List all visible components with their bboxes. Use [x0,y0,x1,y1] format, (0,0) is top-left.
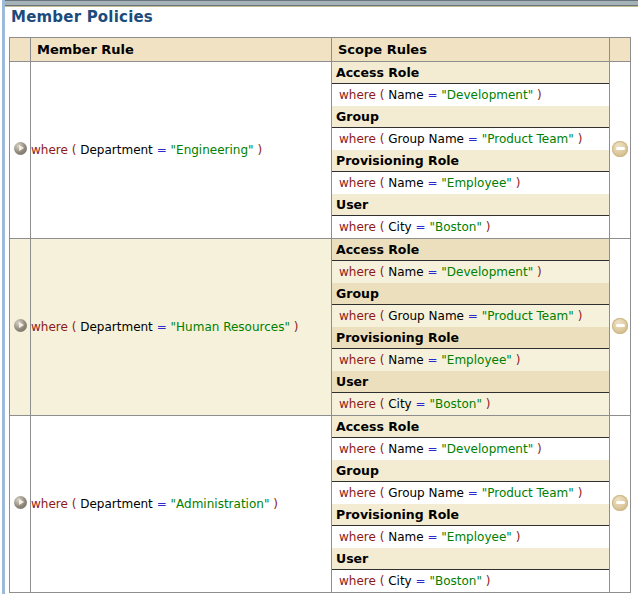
equals-operator: = [157,497,167,511]
where-keyword: where [339,265,376,279]
scope-section-header: Group [332,283,609,305]
scope-rule-clause: where ( City = "Boston" ) [332,570,609,592]
close-paren: ) [516,176,521,190]
attribute-name: Name [388,176,423,190]
remove-row-button[interactable] [612,318,628,334]
scope-section-header: User [332,371,609,393]
where-keyword: where [339,397,376,411]
attribute-name: City [388,397,412,411]
minus-circle-icon [612,318,628,334]
equals-operator: = [427,265,437,279]
chevron-right-circle-icon [14,142,27,155]
attribute-value: "Employee" [441,530,511,544]
attribute-value: "Boston" [429,220,482,234]
where-keyword: where [339,132,376,146]
attribute-value: "Development" [441,442,533,456]
attribute-value: "Product Team" [482,486,574,500]
attribute-value: "Engineering" [171,143,254,157]
table-row: where ( Department = "Administration" ) … [10,416,631,593]
scope-section-header: Group [332,460,609,482]
close-paren: ) [486,574,491,588]
equals-operator: = [157,320,167,334]
window-left-edge [2,0,5,594]
where-keyword: where [339,353,376,367]
where-keyword: where [339,442,376,456]
scope-section-header: Provisioning Role [332,150,609,172]
scope-section-header: Group [332,106,609,128]
where-keyword: where [339,88,376,102]
scope-rule-clause: where ( Name = "Employee" ) [332,172,609,194]
where-keyword: where [339,176,376,190]
equals-operator: = [468,309,478,323]
remove-row-button[interactable] [612,141,628,157]
equals-operator: = [427,442,437,456]
where-keyword: where [339,574,376,588]
attribute-value: "Product Team" [482,132,574,146]
close-paren: ) [516,353,521,367]
open-paren: ( [380,309,385,323]
attribute-name: Name [388,442,423,456]
attribute-name: City [388,574,412,588]
open-paren: ( [380,530,385,544]
close-paren: ) [537,442,542,456]
remove-row-button[interactable] [612,495,628,511]
attribute-value: "Boston" [429,574,482,588]
chevron-right-circle-icon [14,496,27,509]
attribute-value: "Administration" [171,497,270,511]
open-paren: ( [380,132,385,146]
where-keyword: where [31,497,68,511]
scope-rule-clause: where ( Group Name = "Product Team" ) [332,128,609,150]
close-paren: ) [273,497,278,511]
close-paren: ) [578,309,583,323]
scope-rules-cell: Access Role where ( Name = "Development"… [332,416,610,593]
open-paren: ( [380,220,385,234]
open-paren: ( [380,265,385,279]
window-top-bar [5,0,638,6]
where-keyword: where [31,143,68,157]
equals-operator: = [427,88,437,102]
header-remove-column [610,38,631,62]
scope-rules-cell: Access Role where ( Name = "Development"… [332,239,610,416]
close-paren: ) [537,88,542,102]
scope-rule-clause: where ( Name = "Development" ) [332,84,609,106]
where-keyword: where [339,486,376,500]
remove-cell [610,239,631,416]
scope-rule-clause: where ( Group Name = "Product Team" ) [332,482,609,504]
equals-operator: = [416,397,426,411]
attribute-value: "Development" [441,265,533,279]
expand-row-button[interactable] [14,496,27,509]
scope-rule-clause: where ( Group Name = "Product Team" ) [332,305,609,327]
member-policies-table: Member Rule Scope Rules where ( Departme… [9,37,631,593]
scope-section-header: Access Role [332,239,609,261]
scope-rule-clause: where ( Name = "Development" ) [332,438,609,460]
scope-section-header: Access Role [332,416,609,438]
attribute-name: Department [80,143,153,157]
member-rule-cell: where ( Department = "Administration" ) [31,416,332,593]
minus-circle-icon [612,495,628,511]
attribute-name: Name [388,530,423,544]
expand-row-button[interactable] [14,319,27,332]
attribute-value: "Human Resources" [171,320,290,334]
attribute-value: "Product Team" [482,309,574,323]
table-row: where ( Department = "Engineering" ) Acc… [10,62,631,239]
equals-operator: = [427,176,437,190]
close-paren: ) [537,265,542,279]
expand-cell [10,416,31,593]
close-paren: ) [578,132,583,146]
open-paren: ( [380,574,385,588]
open-paren: ( [380,88,385,102]
attribute-value: "Employee" [441,353,511,367]
scope-rule-clause: where ( City = "Boston" ) [332,216,609,238]
equals-operator: = [157,143,167,157]
equals-operator: = [416,220,426,234]
attribute-name: Name [388,88,423,102]
open-paren: ( [72,320,77,334]
attribute-value: "Employee" [441,176,511,190]
close-paren: ) [578,486,583,500]
close-paren: ) [516,530,521,544]
attribute-name: Group Name [388,132,464,146]
member-rule-clause: where ( Department = "Engineering" ) [31,143,331,157]
scope-rule-clause: where ( Name = "Employee" ) [332,526,609,548]
expand-row-button[interactable] [14,142,27,155]
open-paren: ( [72,143,77,157]
